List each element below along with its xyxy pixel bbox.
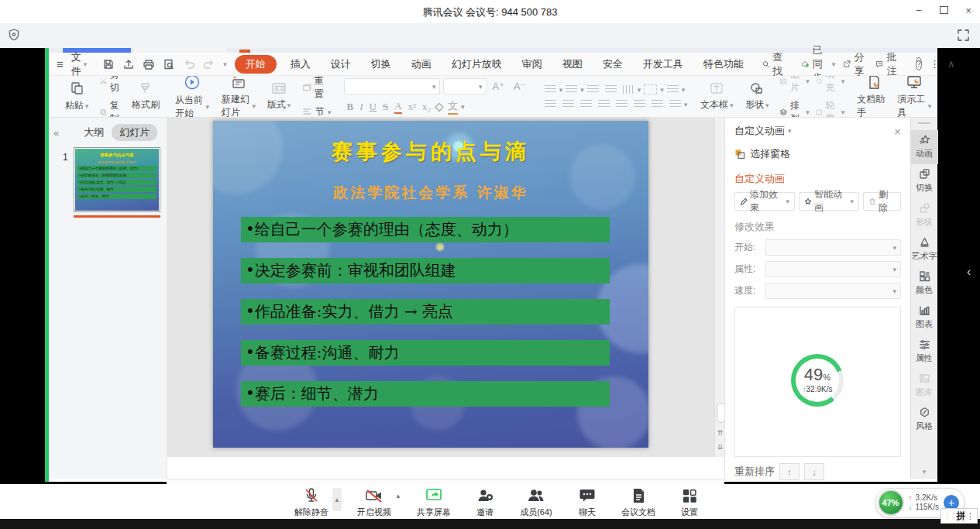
superscript-icon[interactable]: x²	[408, 101, 416, 113]
indent-left-icon[interactable]	[634, 100, 645, 108]
font-size-select[interactable]: ▾	[443, 78, 487, 94]
tab-outline[interactable]: 大纲	[84, 125, 104, 139]
present-tools-button[interactable]: 演示工具▾	[897, 76, 931, 118]
sidebar-item-color[interactable]: 颜色	[911, 266, 938, 301]
sidebar-item-properties[interactable]: 属性	[911, 335, 938, 369]
tab-review[interactable]: 审阅	[516, 55, 548, 74]
line-spacing-icon[interactable]	[667, 85, 679, 94]
slide-title[interactable]: 赛事参与的点与滴	[213, 138, 648, 166]
new-slide-button[interactable]: 新建幻灯片▾	[222, 76, 256, 118]
shapes-button[interactable]: 形状▾	[740, 81, 774, 112]
invite-button[interactable]: 邀请	[466, 486, 504, 518]
more-vert-icon[interactable]: ⋮	[930, 58, 940, 70]
font-color-icon[interactable]: A	[394, 100, 401, 114]
play-from-current-button[interactable]: 从当前开始▾	[175, 76, 209, 118]
tab-features[interactable]: 特色功能	[697, 55, 750, 74]
meeting-docs-button[interactable]: 会议文档	[620, 486, 657, 518]
tab-animation[interactable]: 动画	[405, 55, 438, 74]
print-preview-icon[interactable]	[163, 58, 175, 70]
bold-icon[interactable]: B	[347, 101, 354, 113]
sidebar-item-chart[interactable]: 图表	[911, 301, 938, 335]
close-icon[interactable]: ×	[961, 5, 975, 17]
arrange-button[interactable]: 排列▾	[780, 99, 810, 119]
animation-list[interactable]: 49% ↑32.9K/s	[734, 307, 901, 457]
add-effect-button[interactable]: 添加效果▾	[734, 192, 795, 211]
file-menu[interactable]: 文件▾	[71, 50, 88, 78]
delete-effect-button[interactable]: 删除	[863, 192, 901, 211]
align-right-icon[interactable]	[580, 100, 592, 108]
start-select[interactable]: ▾	[765, 239, 901, 256]
find-button[interactable]: 查找	[762, 50, 786, 78]
tab-design[interactable]: 设计	[325, 55, 357, 74]
sidebar-item-style[interactable]: 风格	[911, 403, 938, 437]
subscript-icon[interactable]: x₂	[422, 101, 431, 113]
textbox-button[interactable]: 文本框▾	[700, 81, 734, 112]
unmute-button[interactable]: 解除静音	[293, 486, 330, 518]
highlight-icon[interactable]	[434, 101, 445, 112]
sidebar-item-gallery[interactable]: 图库	[911, 369, 938, 403]
ime-statusbar[interactable]: ⋮⋮ 拼 ⋮	[940, 508, 978, 524]
tab-security[interactable]: 安全	[597, 55, 629, 74]
hamburger-icon[interactable]: ≡	[57, 57, 64, 70]
custom-animation-label[interactable]: 自定义动画	[734, 172, 901, 186]
slide-canvas[interactable]: 赛事参与的点与滴 政法学院社会学系 许淑华 •给自己一个参赛的理由（态度、动力）…	[213, 121, 648, 448]
strikethrough-icon[interactable]: S	[383, 101, 388, 113]
outline-button[interactable]: 轮廓▾	[816, 99, 845, 119]
sidebar-item-transition[interactable]: 切换	[911, 164, 938, 198]
slide-subtitle[interactable]: 政法学院社会学系 许淑华	[213, 183, 648, 203]
sidebar-item-shape[interactable]: 形状	[911, 198, 938, 232]
tab-devtools[interactable]: 开发工具	[637, 55, 689, 74]
format-painter-button[interactable]: 格式刷	[129, 81, 163, 112]
reset-button[interactable]: 重置	[302, 76, 332, 101]
pinyin-guide-icon[interactable]: 文	[448, 99, 458, 115]
panel-collapse-icon[interactable]: ‹	[967, 265, 971, 279]
sidebar-scroll-down-icon[interactable]: ▾	[923, 468, 927, 479]
output-icon[interactable]	[122, 58, 135, 70]
cut-button[interactable]: 剪切	[100, 76, 122, 94]
speed-select[interactable]: ▾	[765, 283, 901, 299]
undo-icon[interactable]	[183, 59, 195, 70]
tab-insert[interactable]: 插入	[284, 55, 317, 74]
bullet-list-icon[interactable]	[545, 85, 556, 94]
justify-icon[interactable]	[598, 100, 610, 108]
members-button[interactable]: 成员(64)	[518, 486, 555, 518]
copy-button[interactable]: 复制	[100, 99, 122, 119]
shield-icon[interactable]	[8, 28, 20, 42]
italic-icon[interactable]: I	[359, 101, 363, 113]
fill-button[interactable]: 填充▾	[816, 76, 845, 94]
decrease-indent-icon[interactable]	[587, 85, 599, 94]
print-icon[interactable]	[143, 58, 155, 70]
distribute-icon[interactable]	[616, 100, 628, 108]
tab-slideshow[interactable]: 幻灯片放映	[445, 55, 508, 74]
chat-button[interactable]: 聊天	[569, 486, 606, 518]
slide-bullet-bar[interactable]: •给自己一个参赛的理由（态度、动力）	[241, 217, 610, 242]
share-button[interactable]: 分享	[843, 50, 868, 78]
smart-animation-button[interactable]: 智能动画▾	[799, 192, 859, 211]
increase-indent-icon[interactable]	[605, 85, 617, 94]
slide-bullet-bar[interactable]: •赛后：细节、潜力	[241, 381, 610, 407]
collapse-panel-icon[interactable]: «	[53, 127, 59, 139]
move-up-button[interactable]: ↑	[779, 463, 799, 480]
help-icon[interactable]: ?	[916, 57, 922, 70]
indent-right-icon[interactable]	[652, 100, 663, 108]
save-icon[interactable]	[102, 58, 115, 70]
tab-transition[interactable]: 切换	[365, 55, 397, 74]
ime-drag-handle[interactable]: ⋮⋮	[944, 512, 956, 520]
selection-pane-button[interactable]: 选择窗格	[734, 147, 901, 161]
start-video-button[interactable]: 开启视频	[356, 486, 393, 518]
font-name-select[interactable]: ▾	[344, 78, 440, 94]
slide-scrollbar[interactable]: ⇈ ⇊	[714, 118, 725, 457]
minimize-icon[interactable]: −	[912, 5, 926, 17]
slide-bullet-bar[interactable]: •备赛过程:沟通、耐力	[241, 340, 610, 366]
underline-icon[interactable]: U	[370, 101, 377, 113]
ime-more-icon[interactable]: ⋮	[966, 511, 975, 521]
slide-thumbnail[interactable]: 赛事参与的点与滴 政法学院社会学系 许淑华 •给自己一个参赛的理由（态度、动力）…	[74, 147, 160, 212]
share-screen-button[interactable]: 共享屏幕	[415, 486, 452, 518]
text-direction-icon[interactable]	[623, 85, 634, 94]
quickbar-more-icon[interactable]: ▾	[223, 60, 227, 68]
video-options-expander[interactable]: ▲	[395, 493, 401, 500]
sidebar-handle[interactable]	[918, 122, 930, 124]
sidebar-item-wordart[interactable]: 艺术字	[911, 232, 938, 266]
numbered-list-icon[interactable]	[566, 85, 577, 94]
mute-options-expander[interactable]: ▲	[332, 488, 342, 511]
